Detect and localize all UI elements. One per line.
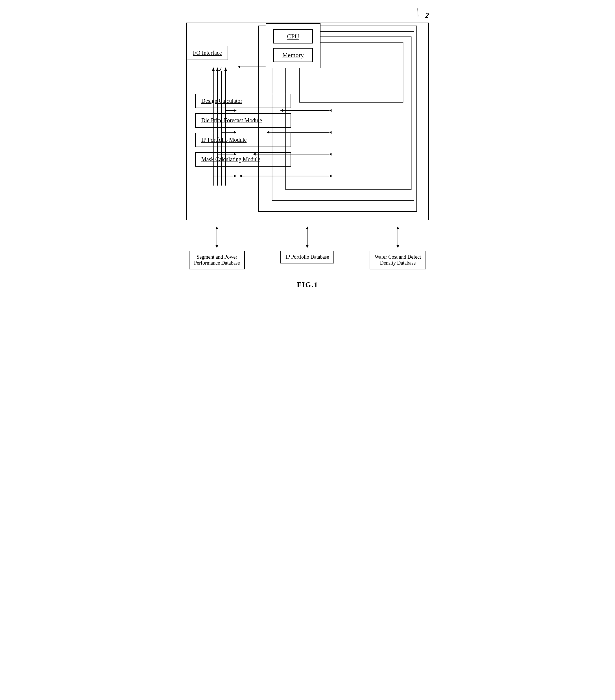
svg-marker-17 [216, 67, 219, 71]
svg-marker-45 [397, 226, 399, 229]
slash-mark: ╱ [415, 9, 421, 17]
cpu-memory-group: CPU Memory [266, 23, 321, 68]
bidirectional-arrow-3 [394, 226, 402, 249]
fig-caption: FIG.1 [297, 281, 318, 289]
svg-marker-43 [306, 245, 309, 248]
design-calculator-box: Design Calculator [195, 94, 291, 108]
svg-marker-18 [219, 67, 222, 71]
svg-marker-42 [306, 226, 309, 229]
segment-power-db-item: Segment and PowerPerformance Database [189, 226, 245, 270]
svg-marker-27 [234, 175, 237, 178]
svg-marker-40 [215, 245, 218, 248]
ip-portfolio-db-box: IP Portfolio Database [280, 251, 334, 263]
figure-number: 2 [425, 11, 429, 20]
bidirectional-arrow-2 [303, 226, 312, 249]
svg-marker-11 [239, 175, 242, 178]
modules-section: Design Calculator Die Price Forecast Mod… [195, 94, 420, 166]
databases-section: Segment and PowerPerformance Database IP… [186, 226, 429, 270]
io-interface-box: I/O Interface [187, 46, 228, 60]
svg-marker-16 [212, 67, 215, 71]
svg-marker-46 [397, 245, 399, 248]
figure-number-container: ╱ 2 [180, 11, 435, 20]
svg-marker-37 [238, 65, 240, 68]
wafer-cost-db-item: Wafer Cost and DefectDensity Database [369, 226, 426, 270]
svg-marker-39 [215, 226, 218, 229]
mask-calculating-module-box: Mask Calculating Module [195, 152, 291, 166]
bidirectional-arrow-1 [213, 226, 221, 249]
segment-power-db-box: Segment and PowerPerformance Database [189, 251, 245, 270]
svg-marker-19 [224, 67, 227, 71]
main-diagram-box: I/O Interface CPU Memory Design Calculat… [186, 23, 429, 220]
cpu-box: CPU [273, 29, 313, 43]
memory-box: Memory [273, 48, 313, 62]
wafer-cost-db-box: Wafer Cost and DefectDensity Database [369, 251, 426, 270]
ip-portfolio-db-item: IP Portfolio Database [280, 226, 334, 263]
ip-portfolio-module-box: IP Portfolio Module [195, 133, 291, 147]
svg-marker-35 [329, 175, 331, 178]
die-price-forecast-box: Die Price Forecast Module [195, 113, 291, 128]
page-container: ╱ 2 [180, 11, 435, 289]
